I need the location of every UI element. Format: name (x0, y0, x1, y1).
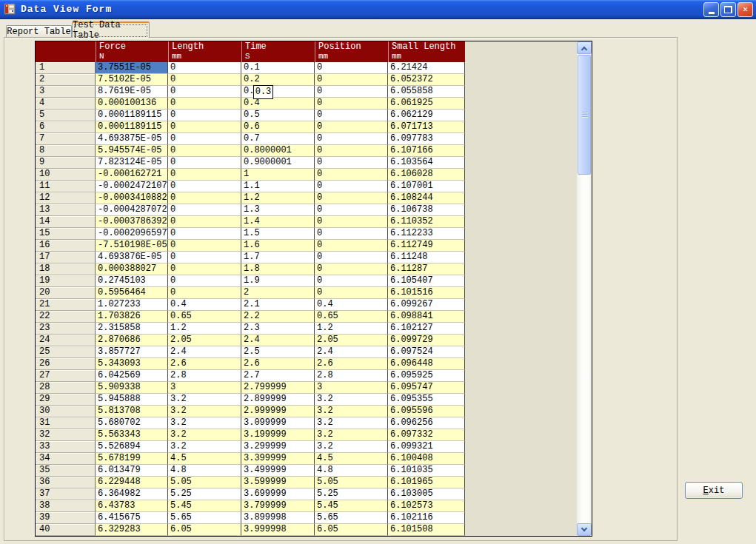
row-number[interactable]: 4 (36, 98, 96, 110)
cell[interactable]: 0 (315, 133, 388, 145)
cell[interactable]: 6.096448 (388, 358, 465, 370)
row-number[interactable]: 10 (36, 169, 96, 181)
cell[interactable]: 5.945574E-05 (96, 145, 168, 157)
row-number[interactable]: 17 (36, 252, 96, 263)
cell[interactable]: 0.2 (241, 74, 315, 86)
cell[interactable]: 0.65 (315, 311, 388, 323)
cell[interactable]: 1.7 (241, 252, 315, 263)
cell[interactable]: 0.2745103 (96, 275, 168, 287)
cell[interactable]: 1.9 (241, 275, 315, 287)
cell[interactable]: 4.693875E-05 (96, 133, 168, 145)
cell[interactable]: 0 (168, 169, 241, 181)
cell[interactable]: 3.857727 (96, 346, 168, 358)
column-header-position[interactable]: Positionmm (315, 41, 388, 62)
row-number[interactable]: 30 (36, 406, 96, 417)
cell[interactable]: 6.042569 (96, 370, 168, 382)
cell[interactable]: 1.4 (241, 216, 315, 228)
cell[interactable]: 6.099267 (388, 299, 465, 311)
cell[interactable]: 6.101508 (388, 524, 465, 536)
cell[interactable]: 0 (168, 228, 241, 240)
row-number[interactable]: 16 (36, 240, 96, 252)
cell[interactable]: 6.05 (168, 524, 241, 536)
cell[interactable]: 3 (168, 382, 241, 394)
cell[interactable]: 6.099321 (388, 441, 465, 453)
cell[interactable]: 5.945888 (96, 394, 168, 406)
column-header-length[interactable]: Lengthmm (168, 41, 241, 62)
scroll-down-button[interactable] (577, 523, 592, 536)
row-number[interactable]: 20 (36, 287, 96, 299)
cell[interactable]: -0.0003410882 (96, 192, 168, 204)
cell[interactable]: 2.3 (241, 323, 315, 335)
cell[interactable]: 0.1 (241, 62, 315, 74)
cell[interactable]: 0 (168, 74, 241, 86)
row-number[interactable]: 11 (36, 181, 96, 192)
cell[interactable]: 2.870686 (96, 335, 168, 346)
cell[interactable]: 2.8 (168, 370, 241, 382)
cell[interactable]: 0 (315, 145, 388, 157)
cell[interactable]: 2.6 (168, 358, 241, 370)
cell[interactable]: 1.027233 (96, 299, 168, 311)
cell[interactable]: 0 (168, 121, 241, 133)
cell[interactable]: 0.65 (168, 311, 241, 323)
cell[interactable]: 0 (168, 133, 241, 145)
cell[interactable]: 6.105407 (388, 275, 465, 287)
row-number[interactable]: 19 (36, 275, 96, 287)
cell[interactable]: 3.2 (168, 394, 241, 406)
cell[interactable]: 0.000388027 (96, 263, 168, 275)
cell[interactable]: 3.999998 (241, 524, 315, 536)
cell[interactable]: 6.100408 (388, 453, 465, 465)
cell[interactable]: 6.097524 (388, 346, 465, 358)
cell[interactable]: 1 (241, 169, 315, 181)
cell[interactable]: 5.05 (315, 477, 388, 488)
row-number[interactable]: 9 (36, 157, 96, 169)
cell[interactable]: 6.102573 (388, 500, 465, 512)
row-number[interactable]: 35 (36, 465, 96, 477)
cell[interactable]: 0 (315, 240, 388, 252)
cell[interactable]: 1.703826 (96, 311, 168, 323)
cell[interactable]: 6.101516 (388, 287, 465, 299)
row-number[interactable]: 24 (36, 335, 96, 346)
cell[interactable]: 3.299999 (241, 441, 315, 453)
cell[interactable]: 6.095355 (388, 394, 465, 406)
row-number[interactable]: 21 (36, 299, 96, 311)
cell[interactable]: 0.0001189115 (96, 110, 168, 121)
cell[interactable]: 6.108244 (388, 192, 465, 204)
cell[interactable]: 1.2 (241, 192, 315, 204)
cell[interactable]: 3 (315, 382, 388, 394)
cell[interactable]: 5.65 (168, 512, 241, 524)
cell[interactable]: 0 (315, 110, 388, 121)
cell[interactable]: 6.095747 (388, 382, 465, 394)
cell[interactable]: 3.2 (315, 394, 388, 406)
row-number[interactable]: 33 (36, 441, 96, 453)
cell[interactable]: 6.099729 (388, 335, 465, 346)
cell[interactable]: 0.5 (241, 110, 315, 121)
cell[interactable]: 5.25 (168, 488, 241, 500)
cell[interactable]: 7.823124E-05 (96, 157, 168, 169)
cell[interactable]: 6.013479 (96, 465, 168, 477)
cell[interactable]: 2.4 (168, 346, 241, 358)
cell[interactable]: 5.563343 (96, 429, 168, 441)
cell[interactable]: 6.101035 (388, 465, 465, 477)
cell[interactable]: 0 (315, 192, 388, 204)
cell[interactable]: 6.101965 (388, 477, 465, 488)
cell[interactable]: 1.1 (241, 181, 315, 192)
cell[interactable]: 6.229448 (96, 477, 168, 488)
cell[interactable]: 6.052372 (388, 74, 465, 86)
tab-test-data-table[interactable]: Test Data Table (72, 21, 150, 38)
row-number[interactable]: 7 (36, 133, 96, 145)
cell[interactable]: 3.799999 (241, 500, 315, 512)
cell[interactable]: 6.095596 (388, 406, 465, 417)
app-icon[interactable] (4, 4, 16, 16)
row-number[interactable]: 36 (36, 477, 96, 488)
cell[interactable]: 0 (315, 275, 388, 287)
cell[interactable]: 3.2 (168, 441, 241, 453)
cell[interactable]: 0 (168, 157, 241, 169)
column-header-small-length[interactable]: Small Lengthmm (388, 41, 465, 62)
cell[interactable]: 3.2 (315, 441, 388, 453)
cell[interactable]: 2.6 (241, 358, 315, 370)
cell[interactable]: 5.65 (315, 512, 388, 524)
cell[interactable]: 0 (315, 86, 388, 98)
cell[interactable]: -0.0003786392 (96, 216, 168, 228)
cell[interactable]: 0 (168, 192, 241, 204)
cell[interactable]: 2.6 (315, 358, 388, 370)
